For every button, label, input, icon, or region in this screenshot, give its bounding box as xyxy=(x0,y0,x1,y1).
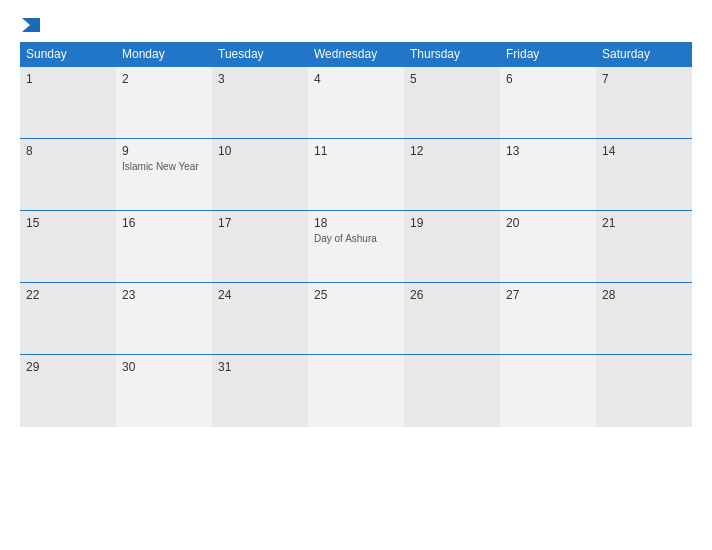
day-number: 22 xyxy=(26,288,110,302)
day-number: 5 xyxy=(410,72,494,86)
calendar-cell: 4 xyxy=(308,67,404,139)
logo-flag-icon xyxy=(22,18,40,32)
calendar-cell xyxy=(404,355,500,427)
day-number: 3 xyxy=(218,72,302,86)
calendar-cell: 16 xyxy=(116,211,212,283)
calendar-cell: 3 xyxy=(212,67,308,139)
calendar-cell: 14 xyxy=(596,139,692,211)
calendar-cell: 17 xyxy=(212,211,308,283)
calendar-cell: 18Day of Ashura xyxy=(308,211,404,283)
day-number: 21 xyxy=(602,216,686,230)
day-number: 9 xyxy=(122,144,206,158)
calendar-cell: 28 xyxy=(596,283,692,355)
calendar-cell: 7 xyxy=(596,67,692,139)
day-number: 26 xyxy=(410,288,494,302)
day-number: 4 xyxy=(314,72,398,86)
calendar-cell xyxy=(308,355,404,427)
calendar-table: SundayMondayTuesdayWednesdayThursdayFrid… xyxy=(20,42,692,427)
weekday-header-row: SundayMondayTuesdayWednesdayThursdayFrid… xyxy=(20,42,692,67)
calendar-cell: 8 xyxy=(20,139,116,211)
holiday-label: Day of Ashura xyxy=(314,232,398,245)
day-number: 31 xyxy=(218,360,302,374)
weekday-friday: Friday xyxy=(500,42,596,67)
day-number: 11 xyxy=(314,144,398,158)
calendar-cell: 11 xyxy=(308,139,404,211)
day-number: 19 xyxy=(410,216,494,230)
day-number: 1 xyxy=(26,72,110,86)
calendar-cell xyxy=(596,355,692,427)
holiday-label: Islamic New Year xyxy=(122,160,206,173)
calendar-cell: 15 xyxy=(20,211,116,283)
day-number: 14 xyxy=(602,144,686,158)
calendar-cell: 6 xyxy=(500,67,596,139)
calendar-cell: 26 xyxy=(404,283,500,355)
calendar-cell: 30 xyxy=(116,355,212,427)
weekday-thursday: Thursday xyxy=(404,42,500,67)
day-number: 27 xyxy=(506,288,590,302)
calendar-cell: 13 xyxy=(500,139,596,211)
day-number: 2 xyxy=(122,72,206,86)
day-number: 15 xyxy=(26,216,110,230)
calendar-cell: 1 xyxy=(20,67,116,139)
calendar-cell xyxy=(500,355,596,427)
calendar-cell: 19 xyxy=(404,211,500,283)
calendar-cell: 23 xyxy=(116,283,212,355)
day-number: 20 xyxy=(506,216,590,230)
day-number: 18 xyxy=(314,216,398,230)
calendar-cell: 21 xyxy=(596,211,692,283)
calendar-cell: 9Islamic New Year xyxy=(116,139,212,211)
day-number: 6 xyxy=(506,72,590,86)
calendar-week-3: 15161718Day of Ashura192021 xyxy=(20,211,692,283)
day-number: 29 xyxy=(26,360,110,374)
calendar-week-5: 293031 xyxy=(20,355,692,427)
logo xyxy=(20,18,40,32)
day-number: 8 xyxy=(26,144,110,158)
weekday-saturday: Saturday xyxy=(596,42,692,67)
weekday-tuesday: Tuesday xyxy=(212,42,308,67)
calendar-cell: 22 xyxy=(20,283,116,355)
day-number: 16 xyxy=(122,216,206,230)
header xyxy=(20,18,692,32)
calendar-cell: 2 xyxy=(116,67,212,139)
calendar-cell: 12 xyxy=(404,139,500,211)
day-number: 28 xyxy=(602,288,686,302)
day-number: 7 xyxy=(602,72,686,86)
day-number: 10 xyxy=(218,144,302,158)
calendar-cell: 29 xyxy=(20,355,116,427)
calendar-cell: 24 xyxy=(212,283,308,355)
calendar-cell: 20 xyxy=(500,211,596,283)
calendar-page: SundayMondayTuesdayWednesdayThursdayFrid… xyxy=(0,0,712,550)
day-number: 24 xyxy=(218,288,302,302)
calendar-week-2: 89Islamic New Year1011121314 xyxy=(20,139,692,211)
weekday-monday: Monday xyxy=(116,42,212,67)
day-number: 23 xyxy=(122,288,206,302)
calendar-cell: 5 xyxy=(404,67,500,139)
weekday-sunday: Sunday xyxy=(20,42,116,67)
calendar-cell: 31 xyxy=(212,355,308,427)
day-number: 12 xyxy=(410,144,494,158)
day-number: 30 xyxy=(122,360,206,374)
calendar-cell: 25 xyxy=(308,283,404,355)
calendar-cell: 27 xyxy=(500,283,596,355)
calendar-cell: 10 xyxy=(212,139,308,211)
calendar-body: 123456789Islamic New Year101112131415161… xyxy=(20,67,692,427)
calendar-week-4: 22232425262728 xyxy=(20,283,692,355)
day-number: 17 xyxy=(218,216,302,230)
day-number: 25 xyxy=(314,288,398,302)
weekday-wednesday: Wednesday xyxy=(308,42,404,67)
day-number: 13 xyxy=(506,144,590,158)
calendar-week-1: 1234567 xyxy=(20,67,692,139)
